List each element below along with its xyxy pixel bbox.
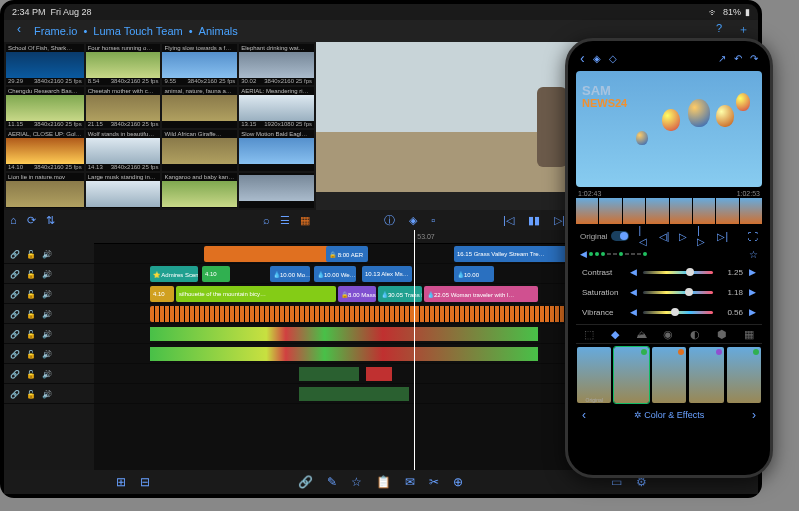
timeline-clip[interactable]: 💧10.00	[454, 266, 494, 282]
timeline-clip[interactable]: 🔒8.00 Mass…	[338, 286, 376, 302]
track-head-a4[interactable]	[4, 384, 94, 404]
library-thumb[interactable]: Wolf stands in beautifu… 14.133840x2160 …	[86, 130, 161, 171]
link-icon[interactable]	[10, 289, 20, 299]
track-head-a2[interactable]	[4, 344, 94, 364]
library-thumb[interactable]: Slow Motion Bald Eagl…	[239, 130, 314, 171]
chevron-right-icon[interactable]: ▶	[749, 287, 756, 297]
chevron-left-icon[interactable]: ◀	[630, 287, 637, 297]
play-icon[interactable]: ▷	[679, 231, 687, 242]
track-head-a3[interactable]	[4, 364, 94, 384]
link-icon[interactable]	[10, 309, 20, 319]
library-thumb[interactable]: Four horses running o… 8.543840x2160 25 …	[86, 44, 161, 85]
chevron-right-icon[interactable]: ▶	[749, 267, 756, 277]
skip-back-icon[interactable]: |◁	[503, 214, 514, 227]
share-icon[interactable]: ↗	[718, 53, 726, 64]
slider-knob[interactable]	[685, 288, 693, 296]
library-thumb[interactable]: Wild African Giraffe…	[162, 130, 237, 171]
chevron-left-icon[interactable]: ◀	[580, 249, 587, 259]
chevron-left-icon[interactable]: ◀	[630, 307, 637, 317]
audio-clip[interactable]	[366, 367, 392, 381]
toggle-switch[interactable]	[611, 231, 629, 241]
library-thumb[interactable]: Large musk standing in…	[86, 173, 161, 208]
chevron-left-icon[interactable]: ‹	[582, 408, 586, 422]
library-grid[interactable]: School Of Fish, Shark… 29.293840x2160 25…	[4, 42, 316, 210]
undo-icon[interactable]: ↶	[734, 53, 742, 64]
tab-style-icon[interactable]: ⬢	[717, 328, 727, 341]
timeline-clip[interactable]: 10.13 Alex Ms…	[362, 266, 412, 282]
breadcrumb-2[interactable]: Animals	[199, 25, 238, 37]
tab-color-icon[interactable]: ◆	[611, 328, 619, 341]
skip-back-icon[interactable]: |◁	[639, 225, 649, 247]
keyframe-strip[interactable]: ◀ ☆	[576, 248, 762, 260]
chevron-left-icon[interactable]: ◀	[630, 267, 637, 277]
audio-clip[interactable]	[299, 367, 359, 381]
lock-icon[interactable]	[26, 289, 36, 299]
tab-blur-icon[interactable]: ◐	[690, 328, 700, 341]
panel-label[interactable]: ✲ Color & Effects	[634, 410, 704, 420]
grid-view-icon[interactable]: ▦	[300, 214, 310, 227]
breadcrumb-0[interactable]: Frame.io	[34, 25, 77, 37]
library-thumb[interactable]: Kangaroo and baby kan…	[162, 173, 237, 208]
tool-add-icon[interactable]: ⊕	[453, 475, 463, 489]
filter-icon[interactable]: ☰	[280, 214, 290, 227]
chevron-right-icon[interactable]: ▶	[749, 307, 756, 317]
playhead[interactable]	[414, 230, 415, 470]
lock-icon[interactable]	[26, 269, 36, 279]
chevron-right-icon[interactable]: ›	[752, 408, 756, 422]
tool-mail-icon[interactable]: ✉	[405, 475, 415, 489]
speaker-icon[interactable]	[42, 309, 52, 319]
info-icon[interactable]: ⓘ	[384, 213, 395, 228]
preset-thumb[interactable]	[652, 347, 686, 403]
library-thumb[interactable]: Cheetah mother with c… 21.153840x2160 25…	[86, 87, 161, 128]
speaker-icon[interactable]	[42, 249, 52, 259]
lock-icon[interactable]	[26, 349, 36, 359]
tool-scissors-icon[interactable]: ✂	[429, 475, 439, 489]
link-icon[interactable]	[10, 329, 20, 339]
tool-clipboard-icon[interactable]: 📋	[376, 475, 391, 489]
link-icon[interactable]	[10, 249, 20, 259]
lock-icon[interactable]	[26, 389, 36, 399]
track-head-a1[interactable]	[4, 324, 94, 344]
sort-icon[interactable]: ⇅	[46, 214, 55, 227]
slider-track[interactable]	[643, 271, 713, 274]
timeline-clip[interactable]	[150, 306, 580, 322]
step-forward-icon[interactable]: |▷	[697, 225, 707, 247]
timeline-clip[interactable]: silhouette of the mountain bicy…	[176, 286, 336, 302]
marker-icon[interactable]: ▫	[431, 214, 435, 226]
mini-filmstrip[interactable]	[576, 198, 762, 224]
favorite-icon[interactable]: ☆	[749, 249, 758, 260]
library-thumb[interactable]: Flying slow towards a f… 9.553840x2160 2…	[162, 44, 237, 85]
timeline-clip[interactable]: 💧22.05 Woman traveler with l…	[424, 286, 538, 302]
layers-icon[interactable]: ◈	[593, 53, 601, 64]
keyframe-icon[interactable]: ◇	[609, 53, 617, 64]
speaker-icon[interactable]	[42, 289, 52, 299]
track-head-v3[interactable]	[4, 284, 94, 304]
speaker-icon[interactable]	[42, 389, 52, 399]
breadcrumb-1[interactable]: Luma Touch Team	[93, 25, 182, 37]
lock-icon[interactable]	[26, 369, 36, 379]
shield-icon[interactable]: ◈	[409, 214, 417, 227]
timeline-clip[interactable]: ⭐ Admires Scenery	[150, 266, 198, 282]
library-thumb[interactable]: AERIAL: Meandering ri… 13.151920x1080 25…	[239, 87, 314, 128]
link-icon[interactable]	[10, 349, 20, 359]
library-thumb[interactable]: School Of Fish, Shark… 29.293840x2160 25…	[6, 44, 84, 85]
speaker-icon[interactable]	[42, 349, 52, 359]
library-thumb[interactable]: AERIAL, CLOSE UP: Gol… 14.103840x2160 25…	[6, 130, 84, 171]
timeline-clip[interactable]: 4.10	[202, 266, 230, 282]
library-thumb[interactable]: Chengdu Research Bas… 11.153840x2160 25 …	[6, 87, 84, 128]
original-toggle[interactable]: Original	[580, 231, 629, 241]
library-thumb[interactable]: animal, nature, fauna a…	[162, 87, 237, 128]
play-pause-icon[interactable]: ▮▮	[528, 214, 540, 227]
lock-icon[interactable]	[26, 249, 36, 259]
lock-icon[interactable]	[26, 309, 36, 319]
tab-levels-icon[interactable]: ⛰	[636, 328, 647, 340]
skip-forward-icon[interactable]: ▷|	[554, 214, 565, 227]
track-head-v4[interactable]	[4, 304, 94, 324]
tool-star-icon[interactable]: ☆	[351, 475, 362, 489]
preset-thumb[interactable]: Original	[577, 347, 611, 403]
library-thumb[interactable]: Lion lie in nature.mov	[6, 173, 84, 208]
home-icon[interactable]: ⌂	[10, 214, 17, 226]
tab-lut-icon[interactable]: ▦	[744, 328, 754, 341]
timeline-clip[interactable]: 💧10.00 Mo…	[270, 266, 310, 282]
slider-track[interactable]	[643, 291, 713, 294]
